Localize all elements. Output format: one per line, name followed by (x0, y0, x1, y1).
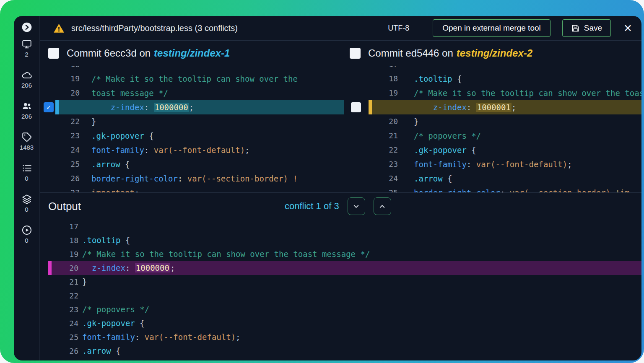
line-number: 21 (48, 275, 78, 289)
line-number: 19 (344, 86, 398, 100)
code-line: 18.tooltip { (344, 72, 641, 86)
right-commit-label: Commit ed5446 on (368, 47, 453, 59)
code-text: z-index: 1000001; (369, 100, 641, 114)
save-button-label: Save (584, 23, 602, 33)
code-text: font-family: var(--font-default); (414, 157, 641, 171)
layers-icon (21, 194, 32, 205)
sidebar-item-people[interactable]: 206 (21, 101, 32, 120)
sidebar-item-play-circle[interactable]: 0 (21, 225, 32, 244)
next-conflict-button[interactable] (348, 197, 365, 215)
sidebar-item-count: 0 (25, 237, 28, 244)
code-line: 22} (40, 114, 344, 129)
code-line: 20toast message */ (40, 86, 344, 100)
line-number: 26 (40, 171, 80, 186)
commit-panes: Commit 6ecc3d ontesting/zindex-1 18.tool… (40, 41, 641, 193)
conflict-checkbox[interactable] (351, 102, 361, 112)
code-text: .arrow { (91, 157, 344, 171)
line-number: 22 (48, 289, 78, 303)
sidebar-item-chevron-right-circle[interactable] (21, 22, 32, 33)
code-line: 27important; (40, 186, 344, 192)
code-line: 25border-right-color: var(--section-bord… (344, 186, 641, 192)
play-circle-icon (21, 225, 32, 236)
prev-conflict-button[interactable] (374, 197, 391, 215)
right-commit-header: Commit ed5446 ontesting/zindex-2 (344, 41, 641, 66)
people-icon (21, 101, 32, 111)
conflict-status: conflict 1 of 3 (285, 201, 339, 212)
save-button[interactable]: Save (562, 19, 611, 37)
close-icon[interactable]: ✕ (623, 23, 632, 34)
code-line: 25.arrow { (40, 157, 344, 171)
code-line: 24.gk-popover { (48, 316, 641, 330)
line-number: 21 (344, 129, 398, 143)
code-text: z-index: 1000000; (55, 100, 344, 114)
line-number: 27 (40, 186, 80, 192)
line-number: 25 (344, 186, 398, 192)
sidebar: 22062061483000 (14, 16, 40, 360)
line-number: 25 (40, 157, 80, 171)
line-number: 19 (48, 247, 78, 261)
chevron-down-icon (352, 202, 360, 210)
code-text: z-index: 1000000; (82, 261, 641, 275)
code-text (82, 289, 641, 303)
code-text: } (82, 275, 641, 289)
code-line: ✓ z-index: 1000000; (40, 100, 344, 114)
sidebar-item-cloud[interactable]: 206 (21, 70, 32, 89)
code-text: .gk-popover { (414, 143, 641, 157)
code-line: 23font-family: var(--font-default); (344, 157, 641, 171)
line-number: 24 (344, 171, 398, 186)
line-number: 22 (344, 143, 398, 157)
code-line: z-index: 1000001; (344, 100, 641, 114)
sidebar-item-count: 2 (25, 51, 28, 58)
code-line: 19/* Make it so the tooltip can show ove… (344, 86, 641, 100)
left-commit-pane: Commit 6ecc3d ontesting/zindex-1 18.tool… (40, 41, 344, 192)
code-text: /* Make it so the tooltip can show over … (91, 72, 344, 86)
sidebar-item-count: 0 (25, 175, 28, 182)
sidebar-item-count: 0 (25, 206, 28, 213)
sidebar-item-tag[interactable]: 1483 (20, 132, 34, 151)
conflict-checkbox-cell: ✓ (40, 100, 55, 114)
sidebar-item-computer[interactable]: 2 (21, 39, 32, 58)
code-line: 19/* Make it so the tooltip can show ove… (48, 247, 641, 261)
code-line: 23/* popovers */ (48, 303, 641, 316)
code-text: /* Make it so the tooltip can show over … (414, 86, 641, 100)
code-text: border-right-color: var(--section-border… (414, 186, 641, 192)
code-line: 22.gk-popover { (344, 143, 641, 157)
left-commit-title: Commit 6ecc3d ontesting/zindex-1 (67, 47, 230, 59)
code-text: .gk-popover { (82, 316, 641, 330)
sidebar-item-count: 206 (21, 113, 32, 120)
line-number: 19 (40, 72, 80, 86)
code-text: important; (91, 186, 344, 192)
conflict-checkbox-cell (344, 100, 369, 114)
conflict-checkbox[interactable]: ✓ (44, 102, 54, 112)
open-external-merge-button[interactable]: Open in external merge tool (433, 19, 550, 37)
left-commit-label: Commit 6ecc3d on (67, 47, 151, 59)
computer-icon (21, 39, 32, 49)
code-text: } (91, 114, 344, 129)
chevron-up-icon (378, 202, 386, 210)
output-code-view: 1718.tooltip {19/* Make it so the toolti… (40, 220, 641, 360)
code-line: 24font-family: var(--font-default); (40, 143, 344, 157)
right-commit-checkbox[interactable] (350, 48, 361, 59)
left-commit-checkbox[interactable] (48, 48, 59, 59)
sidebar-item-layers[interactable]: 0 (21, 194, 32, 213)
line-number: 25 (48, 330, 78, 344)
line-number: 24 (40, 143, 80, 157)
right-commit-title: Commit ed5446 ontesting/zindex-2 (368, 47, 532, 59)
code-text: font-family: var(--font-default); (91, 143, 344, 157)
code-line: 22 (48, 289, 641, 303)
output-title: Output (48, 200, 81, 213)
code-text: } (414, 114, 641, 129)
code-line: 20} (344, 114, 641, 129)
code-text: .gk-popover { (91, 129, 344, 143)
code-line: 26.arrow { (48, 344, 641, 358)
code-line: 18.tooltip { (48, 233, 641, 247)
code-text: /* popovers */ (82, 303, 641, 316)
line-number: 24 (48, 316, 78, 330)
sidebar-item-checklist[interactable]: 0 (21, 163, 32, 182)
gradient-frame: 22062061483000 src/less/thirdParty/boots… (0, 0, 644, 363)
code-text: /* Make it so the tooltip can show over … (82, 247, 641, 261)
code-line: 18.tooltip { (40, 66, 344, 72)
code-text: .arrow { (82, 344, 641, 358)
code-line: 17 (48, 220, 641, 233)
sidebar-item-count: 206 (21, 82, 32, 89)
